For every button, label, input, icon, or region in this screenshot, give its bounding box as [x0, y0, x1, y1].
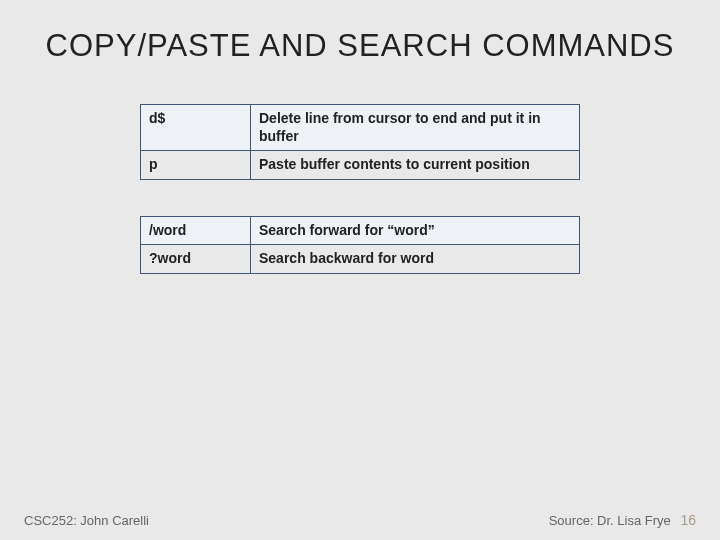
search-table: /word Search forward for “word” ?word Se… [140, 216, 580, 274]
table-row: /word Search forward for “word” [141, 216, 580, 245]
content-area: d$ Delete line from cursor to end and pu… [140, 104, 580, 274]
table-row: p Paste buffer contents to current posit… [141, 151, 580, 180]
command-cell: d$ [141, 105, 251, 151]
footer-left: CSC252: John Carelli [24, 513, 149, 528]
footer-right: Source: Dr. Lisa Frye 16 [549, 512, 696, 528]
slide-title: COPY/PASTE AND SEARCH COMMANDS [0, 0, 720, 64]
table-row: ?word Search backward for word [141, 245, 580, 274]
command-cell: /word [141, 216, 251, 245]
command-cell: p [141, 151, 251, 180]
page-number: 16 [680, 512, 696, 528]
command-cell: ?word [141, 245, 251, 274]
copy-paste-table: d$ Delete line from cursor to end and pu… [140, 104, 580, 180]
footer-source: Source: Dr. Lisa Frye [549, 513, 671, 528]
description-cell: Search forward for “word” [251, 216, 580, 245]
description-cell: Search backward for word [251, 245, 580, 274]
table-row: d$ Delete line from cursor to end and pu… [141, 105, 580, 151]
description-cell: Paste buffer contents to current positio… [251, 151, 580, 180]
description-cell: Delete line from cursor to end and put i… [251, 105, 580, 151]
